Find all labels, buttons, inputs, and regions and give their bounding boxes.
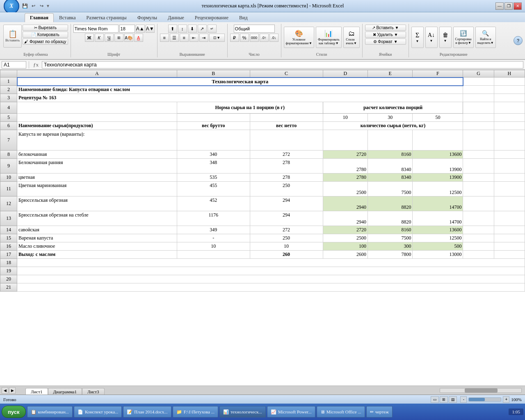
cell-b12[interactable]: 452 bbox=[177, 196, 250, 211]
tab-insert[interactable]: Вставка bbox=[54, 13, 81, 22]
increase-indent-btn[interactable]: ⇥ bbox=[199, 34, 208, 42]
text-orient-btn[interactable]: ↗ bbox=[198, 25, 207, 33]
thousands-btn[interactable]: 000 bbox=[250, 34, 259, 42]
cell-e13[interactable]: 8820 bbox=[368, 211, 412, 226]
font-size-input[interactable] bbox=[119, 25, 135, 33]
cell-g3[interactable] bbox=[463, 94, 494, 102]
formula-input[interactable] bbox=[42, 61, 523, 68]
office-orb[interactable]: X bbox=[4, 0, 19, 14]
cell-g1[interactable] bbox=[463, 78, 494, 86]
cell-e8[interactable]: 8160 bbox=[368, 151, 412, 159]
cell-h2[interactable] bbox=[494, 86, 525, 94]
row-header-12[interactable]: 12 bbox=[0, 196, 17, 211]
cell-a4[interactable] bbox=[17, 102, 177, 114]
cell-g11[interactable] bbox=[463, 182, 494, 196]
cell-d14[interactable]: 2720 bbox=[323, 226, 368, 234]
cell-a14[interactable]: савойская bbox=[17, 226, 177, 234]
cell-e15[interactable]: 7500 bbox=[368, 234, 412, 242]
increase-decimal-btn[interactable]: .0↑ bbox=[260, 34, 269, 42]
tab-data[interactable]: Данные bbox=[162, 13, 189, 22]
sum-btn[interactable]: Σ ▼ bbox=[411, 27, 424, 48]
cell-d6[interactable]: количество сырья (нетто, кг) bbox=[323, 122, 463, 130]
copy-btn[interactable]: 📄 Копировать bbox=[23, 32, 68, 38]
tab-review[interactable]: Рецензирование bbox=[189, 13, 234, 22]
cell-d11[interactable]: 2500 bbox=[323, 182, 368, 196]
row-header-6[interactable]: 6 bbox=[0, 122, 17, 130]
sort-filter-btn[interactable]: 🔃 Сортировкаи фильтр▼ bbox=[453, 27, 474, 48]
cell-h3[interactable] bbox=[494, 94, 525, 102]
cell-g4[interactable] bbox=[463, 102, 494, 114]
cell-h1[interactable] bbox=[494, 78, 525, 86]
cell-c8[interactable]: 272 bbox=[250, 151, 323, 159]
cell-d4[interactable]: расчет количества порций bbox=[323, 102, 463, 114]
decrease-indent-btn[interactable]: ⇤ bbox=[189, 34, 199, 42]
cell-d9[interactable]: 2780 bbox=[323, 159, 368, 173]
normal-view-btn[interactable]: ▭ bbox=[431, 396, 439, 403]
cell-g9[interactable] bbox=[463, 159, 494, 173]
cell-b17[interactable] bbox=[177, 251, 250, 259]
cell-g8[interactable] bbox=[463, 151, 494, 159]
cell-g13[interactable] bbox=[463, 211, 494, 226]
cell-g2[interactable] bbox=[463, 86, 494, 94]
taskbar-item-3[interactable]: 📁F:\1\Петухова ... bbox=[173, 406, 218, 418]
cell-a5[interactable] bbox=[17, 114, 177, 122]
cell-d10[interactable]: 2780 bbox=[323, 173, 368, 182]
row-header-2[interactable]: 2 bbox=[0, 86, 17, 94]
bold-btn[interactable]: Ж bbox=[85, 34, 94, 42]
cell-a9[interactable]: Белокочанная ранняя bbox=[17, 159, 177, 173]
col-header-b[interactable]: B bbox=[177, 70, 250, 78]
taskbar-item-1[interactable]: 📄Конспект урока... bbox=[74, 406, 122, 418]
cell-f8[interactable]: 13600 bbox=[413, 151, 463, 159]
col-header-f[interactable]: F bbox=[413, 70, 463, 78]
row-header-19[interactable]: 19 bbox=[0, 267, 17, 275]
align-top-btn[interactable]: ⬆ bbox=[168, 25, 177, 33]
cell-a6[interactable]: Наименование сырья(продуктов) bbox=[17, 122, 177, 130]
clear-btn[interactable]: 🗑 ▼ bbox=[439, 27, 452, 48]
cell-styles-btn[interactable]: 🗂 Стилиячеек▼ bbox=[343, 27, 360, 48]
cell-d5[interactable]: 10 bbox=[323, 114, 368, 122]
cell-b7[interactable] bbox=[177, 130, 250, 151]
row-header-5[interactable]: 5 bbox=[0, 114, 17, 122]
cell-c11[interactable]: 250 bbox=[250, 182, 323, 196]
cell-f12[interactable]: 14700 bbox=[413, 196, 463, 211]
help-btn[interactable]: ? bbox=[514, 36, 523, 45]
redo-quick-btn[interactable]: ↪ bbox=[38, 2, 45, 10]
taskbar-item-2[interactable]: 📝План 2014.docx... bbox=[123, 406, 171, 418]
sheet-scroll-right-btn[interactable]: ▶ bbox=[9, 387, 16, 394]
restore-btn[interactable]: ❐ bbox=[504, 2, 513, 10]
insert-cells-btn[interactable]: ↗ Вставить ▼ bbox=[365, 25, 406, 31]
tab-home[interactable]: Главная bbox=[25, 13, 54, 22]
cell-a12[interactable]: Брюссельская обрезная bbox=[17, 196, 177, 211]
row-header-21[interactable]: 21 bbox=[0, 283, 17, 292]
zoom-out-btn[interactable]: - bbox=[460, 396, 467, 403]
cell-e17[interactable]: 7800 bbox=[368, 251, 412, 259]
cell-e11[interactable]: 7500 bbox=[368, 182, 412, 196]
cell-b4[interactable]: Норма сырья на 1 порцию (в г) bbox=[177, 102, 323, 114]
cell-d7[interactable] bbox=[323, 130, 368, 151]
align-middle-btn[interactable]: ↕ bbox=[178, 25, 187, 33]
row-header-13[interactable]: 13 bbox=[0, 211, 17, 226]
page-layout-view-btn[interactable]: ⊞ bbox=[440, 396, 448, 403]
taskbar-item-5[interactable]: 📈Microsoft Power... bbox=[267, 406, 315, 418]
italic-btn[interactable]: К bbox=[95, 34, 104, 42]
col-header-a[interactable]: A bbox=[17, 70, 177, 78]
cell-f15[interactable]: 12500 bbox=[413, 234, 463, 242]
align-right-btn[interactable]: ≡ bbox=[180, 34, 189, 42]
close-btn[interactable]: ✕ bbox=[514, 2, 522, 10]
col-header-g[interactable]: G bbox=[463, 70, 494, 78]
cell-c13[interactable]: 294 bbox=[250, 211, 323, 226]
cell-f16[interactable]: 500 bbox=[413, 242, 463, 251]
cell-f14[interactable]: 13600 bbox=[413, 226, 463, 234]
cell-g7[interactable] bbox=[463, 130, 494, 151]
cell-a17[interactable]: Выход: с маслом bbox=[17, 251, 177, 259]
cell-b15[interactable]: - bbox=[177, 234, 250, 242]
cell-g17[interactable] bbox=[463, 251, 494, 259]
row-header-20[interactable]: 20 bbox=[0, 275, 17, 283]
format-cells-btn[interactable]: ⚙ Формат ▼ bbox=[365, 39, 406, 45]
underline-btn[interactable]: Ч bbox=[105, 34, 114, 42]
decrease-decimal-btn[interactable]: .0↓ bbox=[269, 34, 278, 42]
cell-a10[interactable]: цветная bbox=[17, 173, 177, 182]
cell-b9[interactable]: 348 bbox=[177, 159, 250, 173]
cell-b16[interactable]: 10 bbox=[177, 242, 250, 251]
cut-btn[interactable]: ✂ Вырезать bbox=[23, 25, 68, 31]
